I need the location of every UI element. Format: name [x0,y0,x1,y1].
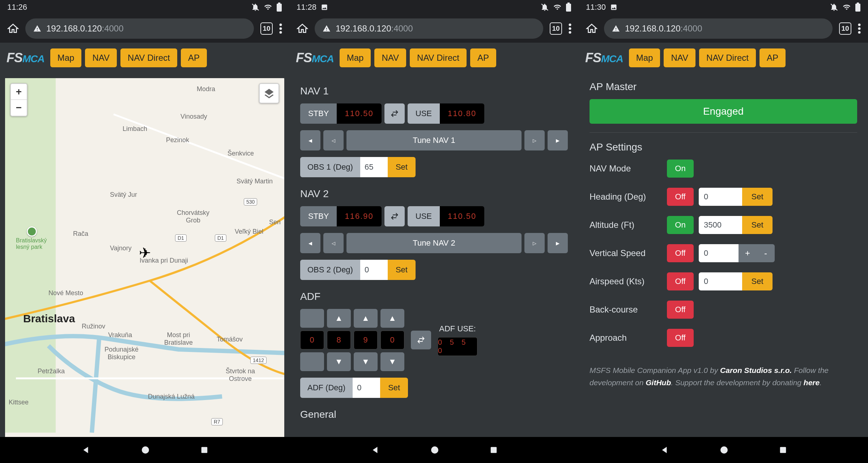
adf-d4-up[interactable]: ▲ [380,309,404,328]
map[interactable]: + − ✈ Bratislava Pezinok Modra Limbach V… [5,78,284,458]
nav-ap-button[interactable]: AP [760,48,786,67]
nav1-swap-button[interactable] [384,103,405,124]
ap-airspeed-toggle[interactable]: Off [667,272,694,290]
nav-map-button[interactable]: Map [50,48,82,67]
adf-d2-up[interactable]: ▲ [327,309,351,328]
nav-map-button[interactable]: Map [340,48,371,67]
ap-navmode-row: NAV Mode On [590,160,857,178]
svg-point-7 [142,446,149,454]
browser-bar: 192.168.0.120:4000 10 [0,14,289,43]
svg-point-13 [569,31,571,34]
nav1-coarse-down[interactable]: ◀ [300,130,320,150]
svg-rect-9 [566,4,571,12]
more-icon[interactable] [569,24,571,34]
adf-digit-4: 0 [380,331,404,349]
nav-map-button[interactable]: Map [629,48,660,67]
nav2-fine-down[interactable]: ◁ [323,233,344,253]
nav2-fine-up[interactable]: ▷ [524,233,545,253]
ap-master-button[interactable]: Engaged [590,99,857,124]
home-circle-icon[interactable] [720,446,728,454]
ap-vs-input[interactable] [699,244,739,262]
nav-nav-button[interactable]: NAV [85,48,117,67]
url-box[interactable]: 192.168.0.120:4000 [604,18,833,39]
status-icons [251,3,282,12]
map-label: Chorvátsky Grob [177,209,209,224]
home-icon[interactable] [7,23,19,34]
adf-d3-up[interactable]: ▲ [354,309,378,328]
recent-icon[interactable] [490,446,498,454]
home-icon[interactable] [586,23,597,34]
nav-ap-button[interactable]: AP [181,48,207,67]
ap-airspeed-input[interactable] [699,272,742,290]
recent-icon[interactable] [200,446,208,454]
ap-vs-toggle[interactable]: Off [667,244,694,262]
nav2-tune-button[interactable]: Tune NAV 2 [346,233,522,253]
ap-heading-input[interactable] [699,188,742,206]
layers-button[interactable] [259,83,279,103]
nav1-fine-up[interactable]: ▷ [524,130,545,150]
home-circle-icon[interactable] [430,446,439,454]
ap-navmode-toggle[interactable]: On [667,160,694,178]
adf-d3-down[interactable]: ▼ [354,352,378,371]
nav1-tune-button[interactable]: Tune NAV 1 [346,130,522,150]
nav2-coarse-up[interactable]: ▶ [548,233,568,253]
home-icon[interactable] [297,23,308,34]
more-icon[interactable] [858,24,861,34]
ap-altitude-set-button[interactable]: Set [742,216,773,234]
ap-settings-header: AP Settings [590,141,857,153]
back-icon[interactable] [81,445,90,455]
zoom-out-button[interactable]: − [11,100,27,116]
more-icon[interactable] [279,24,282,34]
adf-swap-button[interactable] [411,331,431,349]
ap-heading-toggle[interactable]: Off [667,188,694,206]
donate-link[interactable]: here [804,378,820,387]
ap-backcourse-toggle[interactable]: Off [667,301,694,319]
tab-count[interactable]: 10 [550,22,562,35]
ap-airspeed-set-button[interactable]: Set [742,272,773,290]
nav2-swap-button[interactable] [384,206,405,226]
adf-deg-input[interactable] [353,378,380,398]
adf-deg: ADF (Deg) Set [300,378,408,398]
nav1-use-freq: 110.80 [440,103,484,124]
adf-d1-blank2 [300,352,324,371]
adf-d4-down[interactable]: ▼ [380,352,404,371]
tab-count[interactable]: 10 [839,22,851,35]
zoom-in-button[interactable]: + [11,84,27,100]
adf-d2-down[interactable]: ▼ [327,352,351,371]
url-port: :4000 [391,24,413,33]
tab-count[interactable]: 10 [260,22,273,35]
ap-approach-toggle[interactable]: Off [667,329,694,347]
back-icon[interactable] [660,445,669,455]
ap-altitude-toggle[interactable]: On [667,216,694,234]
home-circle-icon[interactable] [141,446,150,454]
nav-navdirect-button[interactable]: NAV Direct [699,48,756,67]
nav2-obs-set-button[interactable]: Set [388,260,416,280]
ap-heading-set-button[interactable]: Set [742,188,773,206]
github-link[interactable]: GitHub [646,378,671,387]
ap-altitude-row: Altitude (Ft) On Set [590,216,857,234]
recent-icon[interactable] [779,446,787,454]
ap-vs-plus-button[interactable]: + [739,244,757,262]
nav-navdirect-button[interactable]: NAV Direct [120,48,177,67]
back-icon[interactable] [370,445,380,455]
ap-altitude-input[interactable] [699,216,742,234]
nav1-obs-input[interactable] [360,157,388,177]
nav-nav-button[interactable]: NAV [664,48,695,67]
adf-deg-set-button[interactable]: Set [380,378,408,398]
ap-vs-minus-button[interactable]: - [757,244,775,262]
nav1-obs-set-button[interactable]: Set [388,157,416,177]
nav-navdirect-button[interactable]: NAV Direct [410,48,467,67]
app-nav-bar: FSMCA Map NAV NAV Direct AP [0,43,289,73]
nav2-obs-input[interactable] [360,260,388,280]
url-box[interactable]: 192.168.0.120:4000 [25,18,254,39]
svg-rect-16 [855,4,860,12]
nav1-fine-down[interactable]: ◁ [323,130,344,150]
nav1-use: USE 110.80 [408,103,485,124]
author-link[interactable]: Caron Studios s.r.o. [720,366,792,374]
nav-nav-button[interactable]: NAV [374,48,406,67]
url-host: 192.168.0.120 [625,24,680,33]
nav2-coarse-down[interactable]: ◀ [300,233,320,253]
url-box[interactable]: 192.168.0.120:4000 [315,18,543,39]
nav1-coarse-up[interactable]: ▶ [548,130,568,150]
nav-ap-button[interactable]: AP [470,48,496,67]
